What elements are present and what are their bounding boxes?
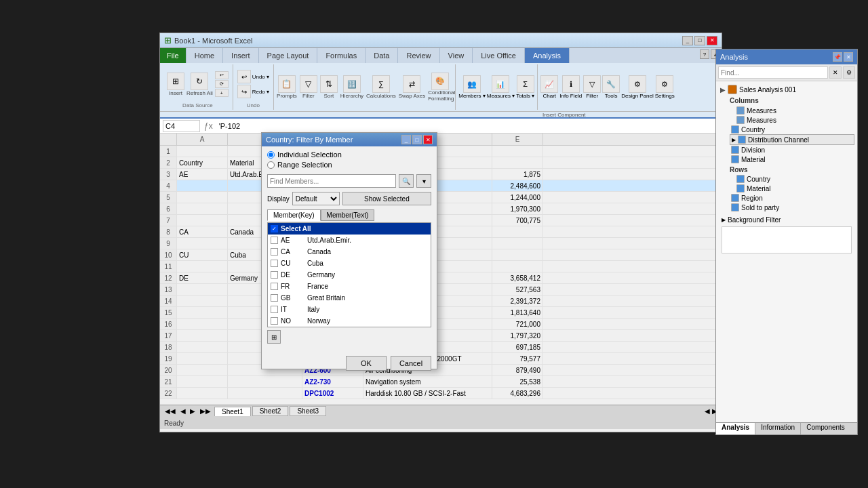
- prompts-btn[interactable]: 📋 Prompts: [277, 75, 297, 99]
- grid-cell[interactable]: 10: [160, 249, 177, 260]
- checkbox-fr[interactable]: [271, 283, 278, 290]
- sheet-nav-next[interactable]: ▶: [189, 407, 197, 415]
- grid-cell[interactable]: [177, 353, 228, 364]
- radio-range[interactable]: Range Selection: [267, 161, 431, 169]
- grid-cell[interactable]: 1,875: [492, 169, 543, 180]
- grid-cell[interactable]: [492, 157, 543, 168]
- grid-cell[interactable]: CA: [177, 226, 228, 237]
- grid-cell[interactable]: [177, 296, 228, 306]
- analysis-tab-analysis[interactable]: Analysis: [716, 423, 755, 434]
- grid-cell[interactable]: 25,538: [492, 376, 543, 387]
- tab-file[interactable]: File: [160, 48, 186, 63]
- grid-cell[interactable]: Country: [177, 157, 228, 168]
- grid-cell[interactable]: Navigation system: [363, 376, 492, 387]
- display-select[interactable]: Default: [292, 192, 340, 205]
- find-options-btn[interactable]: ▾: [416, 174, 431, 188]
- totals-btn[interactable]: Σ Totals ▾: [516, 75, 534, 99]
- dialog-icon-btn[interactable]: ⊞: [267, 330, 281, 344]
- hierarchy-btn[interactable]: 🔢 Hierarchy: [340, 75, 363, 99]
- close-btn[interactable]: ✕: [707, 36, 717, 45]
- grid-cell[interactable]: 527,563: [492, 284, 543, 295]
- table-row[interactable]: 3AEUtd.Arab.Emir.MEMORY11,875: [160, 169, 722, 180]
- grid-cell[interactable]: [177, 180, 228, 191]
- checkbox-gb[interactable]: [271, 294, 278, 302]
- grid-cell[interactable]: 18: [160, 342, 177, 352]
- grid-cell[interactable]: 11: [160, 261, 177, 272]
- grid-cell[interactable]: 12: [160, 272, 177, 283]
- checkbox-de[interactable]: [271, 271, 278, 279]
- grid-cell[interactable]: 1,244,000: [492, 192, 543, 203]
- members-btn[interactable]: 👥 Members ▾: [458, 75, 486, 99]
- grid-cell[interactable]: [177, 330, 228, 341]
- division-item[interactable]: Division: [730, 145, 854, 155]
- grid-cell[interactable]: [177, 146, 228, 157]
- member-row-select-all[interactable]: ✓ Select All: [268, 223, 431, 235]
- grid-cell[interactable]: [492, 261, 543, 272]
- analysis-pin-btn[interactable]: 📌: [833, 52, 842, 62]
- grid-cell[interactable]: [492, 226, 543, 237]
- grid-cell[interactable]: 79,577: [492, 353, 543, 364]
- sales-analysis-item[interactable]: ▶ Sales Analysis 001: [719, 83, 854, 96]
- table-row[interactable]: 1: [160, 146, 722, 157]
- table-row[interactable]: 6P-1041,970,300: [160, 203, 722, 215]
- grid-cell[interactable]: 8: [160, 226, 177, 237]
- analysis-find-input[interactable]: [718, 66, 828, 79]
- grid-cell[interactable]: DE: [177, 272, 228, 283]
- grid-cell[interactable]: 5: [160, 192, 177, 203]
- grid-cell[interactable]: 1,797,320: [492, 330, 543, 341]
- material-item[interactable]: Material: [730, 155, 854, 164]
- formula-input[interactable]: 'P-102: [217, 120, 719, 132]
- table-row[interactable]: 181400-750697,185: [160, 342, 722, 353]
- checkbox-cu[interactable]: [271, 260, 278, 267]
- grid-cell[interactable]: 4: [160, 180, 177, 191]
- grid-cell[interactable]: 6: [160, 203, 177, 214]
- grid-cell[interactable]: AZ2-730: [302, 376, 363, 387]
- member-row-ae[interactable]: AE Utd.Arab.Emir.: [268, 235, 431, 246]
- grid-cell[interactable]: [177, 388, 228, 399]
- sold-to-party-item[interactable]: Sold to party: [730, 203, 854, 212]
- grid-cell[interactable]: 721,000: [492, 319, 543, 329]
- grid-cell[interactable]: 21: [160, 376, 177, 387]
- tab-page-layout[interactable]: Page Layout: [259, 48, 318, 63]
- grid-cell[interactable]: [177, 238, 228, 249]
- analysis-close-btn[interactable]: ✕: [844, 52, 853, 62]
- member-list[interactable]: ✓ Select All AE Utd.Arab.Emir. CA Canada…: [267, 222, 431, 327]
- sheet-tab-3[interactable]: Sheet3: [290, 406, 326, 416]
- checkbox-no[interactable]: [271, 317, 278, 325]
- material-row-item[interactable]: Material: [735, 184, 854, 193]
- sort-btn[interactable]: ⇅ Sort: [320, 75, 338, 99]
- grid-cell[interactable]: 3,658,412: [492, 272, 543, 283]
- grid-cell[interactable]: 4,683,296: [492, 388, 543, 399]
- grid-cell[interactable]: [492, 249, 543, 260]
- checkbox-ae[interactable]: [271, 237, 278, 244]
- distribution-channel-item[interactable]: ▶ Distribution Channel: [730, 134, 854, 145]
- sheet-tab-1[interactable]: Sheet1: [214, 407, 251, 416]
- checkbox-select-all[interactable]: ✓: [271, 225, 278, 232]
- grid-cell[interactable]: DPC1002: [302, 388, 363, 399]
- grid-cell[interactable]: [177, 307, 228, 318]
- conditional-formatting-btn[interactable]: 🎨 Conditional Formatting: [428, 73, 452, 102]
- grid-cell[interactable]: 17: [160, 330, 177, 341]
- add-btn[interactable]: +: [215, 89, 229, 97]
- table-row[interactable]: 151400-3101,813,640: [160, 307, 722, 319]
- grid-cell[interactable]: 15: [160, 307, 177, 318]
- member-row-fr[interactable]: FR France: [268, 281, 431, 292]
- calculations-btn[interactable]: ∑ Calculations: [366, 75, 396, 99]
- sheet-nav-right[interactable]: ▶▶: [198, 407, 213, 415]
- grid-cell[interactable]: Harddisk 10.80 GB / SCSI-2-Fast: [363, 388, 492, 399]
- tab-insert[interactable]: Insert: [223, 48, 259, 63]
- tools-btn[interactable]: 🔧 Tools: [602, 75, 620, 99]
- grid-cell[interactable]: 879,490: [492, 365, 543, 375]
- analysis-find-clear-btn[interactable]: ✕: [829, 66, 842, 79]
- table-row[interactable]: 131400-200527,563: [160, 284, 722, 296]
- table-row[interactable]: 7Result700,775: [160, 215, 722, 226]
- analysis-settings-btn[interactable]: ⚙: [843, 66, 855, 79]
- tab-data[interactable]: Data: [366, 48, 398, 63]
- member-tab-key[interactable]: Member(Key): [267, 209, 321, 221]
- grid-cell[interactable]: [228, 388, 302, 399]
- member-row-gb[interactable]: GB Great Britain: [268, 292, 431, 304]
- grid-cell[interactable]: [177, 261, 228, 272]
- grid-cell[interactable]: 16: [160, 319, 177, 329]
- undo-btn[interactable]: ↩ Undo ▾: [237, 70, 269, 83]
- member-row-no[interactable]: NO Norway: [268, 315, 431, 327]
